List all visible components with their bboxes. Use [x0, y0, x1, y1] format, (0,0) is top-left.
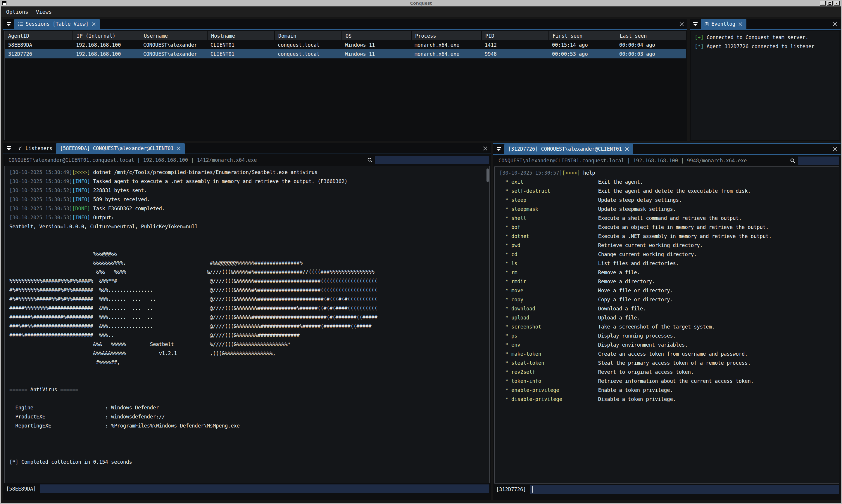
console-lines: [30-10-2025 15:30:57][>>>>] help * exitE…: [499, 168, 835, 404]
session-cell: Windows 11: [342, 51, 411, 57]
help-command-line: * screenshotTake a screenshot of the tar…: [499, 322, 835, 331]
session-cell: 00:15:14 ago: [548, 42, 616, 48]
tab-listeners[interactable]: Listeners: [14, 143, 56, 154]
eventlog-entry: [+] Connected to Conquest team server.: [695, 33, 836, 42]
maximize-button[interactable]: [827, 1, 832, 5]
column-header[interactable]: PID: [481, 31, 548, 40]
agent-prompt: [312D7726]: [496, 486, 526, 492]
search-icon: [790, 158, 795, 163]
column-header[interactable]: Last seen: [616, 31, 686, 40]
collapse-panel-icon[interactable]: [3, 143, 14, 154]
close-tab-icon[interactable]: [738, 22, 743, 26]
collapse-panel-icon[interactable]: [3, 19, 14, 29]
help-command-line: * cdChange current working directory.: [499, 250, 835, 259]
session-row[interactable]: 312D7726192.168.168.100CONQUEST\alexande…: [5, 49, 686, 58]
console-line: [30-10-2025 15:30:52][INFO] 228831 bytes…: [10, 186, 485, 195]
session-console-312D7726: [312D7726] CONQUEST\alexander@CLIENT01 C…: [493, 143, 841, 500]
column-header[interactable]: Domain: [274, 31, 342, 40]
tab-session-312D7726[interactable]: [312D7726] CONQUEST\alexander@CLIENT01: [504, 144, 633, 154]
collapse-panel-icon[interactable]: [493, 144, 504, 154]
console-line: [10, 376, 485, 385]
console-line: %&&@@@&&: [10, 249, 485, 258]
tab-sessions-table-view[interactable]: Sessions [Table View]: [14, 19, 100, 29]
console-line: [30-10-2025 15:30:53][INFO] Output:: [10, 213, 485, 222]
column-header[interactable]: Process: [411, 31, 481, 40]
close-panel-button[interactable]: [829, 19, 841, 29]
console-line: #%%%%##,: [10, 358, 485, 367]
app-icon: [2, 1, 6, 5]
session-cell: CONQUEST\alexander: [140, 42, 207, 48]
console-line: ###%##%%#################### &%%........…: [10, 322, 485, 331]
console-line: [30-10-2025 15:30:53][INFO] 589 bytes re…: [10, 195, 485, 204]
help-command-line: * pwdRetrieve current working directory.: [499, 241, 835, 250]
console-line: %%%%%%%%%%%######%%%#%%####% &%%**# @///…: [10, 276, 485, 286]
session-cell: CLIENT01: [207, 51, 274, 57]
column-header[interactable]: Hostname: [207, 31, 274, 40]
console-line: [30-10-2025 15:30:57][>>>>] help: [499, 168, 835, 178]
session-cell: monarch.x64.exe: [411, 42, 481, 48]
eventlog-panel: Eventlog [+] Connected to Conquest team …: [690, 19, 841, 141]
console-line: #%#%%%%%%%#######%#%%####### %&%,,,,,,,,…: [10, 286, 485, 295]
close-tab-icon[interactable]: [625, 147, 629, 151]
session-row[interactable]: 58EE89DA192.168.168.100CONQUEST\alexande…: [5, 40, 686, 49]
close-panel-button[interactable]: [829, 144, 841, 154]
tab-eventlog[interactable]: Eventlog: [701, 19, 746, 29]
session-cell: monarch.x64.exe: [411, 51, 481, 57]
session-cell: CLIENT01: [207, 42, 274, 48]
session-cell: 9948: [481, 51, 548, 57]
column-header[interactable]: AgentID: [5, 31, 72, 40]
scrollbar-thumb[interactable]: [486, 168, 489, 182]
search-icon: [367, 157, 373, 163]
help-command-line: * enable-privilegeEnable a token privile…: [499, 386, 835, 395]
sessions-table: AgentIDIP (Internal)UsernameHostnameDoma…: [4, 31, 686, 140]
close-panel-button[interactable]: [479, 143, 491, 154]
listener-icon: [18, 146, 23, 151]
help-command-line: * sleepmaskUpdate sleepmask settings.: [499, 205, 835, 214]
sessions-table-body: 58EE89DA192.168.168.100CONQUEST\alexande…: [5, 40, 686, 58]
sessions-panel: Sessions [Table View] AgentIDIP (Interna…: [3, 19, 687, 141]
tab-underline: [690, 29, 841, 30]
console-line: &%& %&%% &////(((&%%%%%#%###############…: [10, 268, 485, 276]
column-header[interactable]: IP (Internal): [72, 31, 140, 40]
console-input-row: [312D7726]: [493, 484, 841, 495]
session-cell: 00:00:03 ago: [616, 51, 686, 57]
help-command-line: * rmRemove a file.: [499, 268, 835, 277]
session-cell: conquest.local: [274, 42, 342, 48]
command-input[interactable]: [40, 484, 489, 493]
close-icon: x: [836, 2, 838, 5]
session-cell: 00:00:04 ago: [616, 42, 686, 48]
help-command-line: * envDisplay environment variables.: [499, 341, 835, 349]
console-line: [10, 231, 485, 240]
close-tab-icon[interactable]: [91, 22, 96, 26]
title-bar: Conquest x: [1, 0, 841, 6]
console-line: [10, 449, 485, 457]
column-header[interactable]: First seen: [548, 31, 616, 40]
help-command-line: * make-tokenCreate an access token from …: [499, 349, 835, 359]
column-header[interactable]: OS: [342, 31, 411, 40]
tab-session-58EE89DA[interactable]: [58EE89DA] CONQUEST\alexander@CLIENT01: [56, 143, 185, 154]
close-window-button[interactable]: x: [834, 1, 840, 5]
help-command-line: * lsList files and directories.: [499, 259, 835, 268]
help-command-line: * steal-tokenSteal the primary access to…: [499, 359, 835, 367]
tab-session-label: [312D7726] CONQUEST\alexander@CLIENT01: [508, 146, 622, 152]
command-input[interactable]: [530, 485, 839, 494]
help-command-line: * psDisplay running processes.: [499, 331, 835, 341]
minimize-button[interactable]: [820, 1, 826, 5]
minimize-icon: [822, 4, 824, 4]
menu-item-options[interactable]: Options: [6, 9, 28, 15]
help-command-line: * disable-privilegeDisable a token privi…: [499, 395, 835, 404]
collapse-panel-icon[interactable]: [690, 19, 701, 29]
console-line: [10, 439, 485, 449]
column-header[interactable]: Username: [140, 31, 207, 40]
close-panel-button[interactable]: [676, 19, 687, 29]
help-command-line: * moveMove a file or directory.: [499, 286, 835, 295]
menu-item-views[interactable]: Views: [36, 9, 52, 15]
help-command-line: * dotnetExecute a .NET assembly in memor…: [499, 232, 835, 241]
agent-prompt: [58EE89DA]: [6, 486, 36, 492]
search-input[interactable]: [375, 156, 489, 164]
tab-underline: [3, 29, 687, 30]
console-line: ReportingEXE : %ProgramFiles%\Windows De…: [10, 421, 485, 430]
close-tab-icon[interactable]: [176, 146, 181, 151]
search-input[interactable]: [798, 157, 839, 165]
agent-context-text: CONQUEST\alexander@CLIENT01.conquest.loc…: [8, 157, 257, 163]
